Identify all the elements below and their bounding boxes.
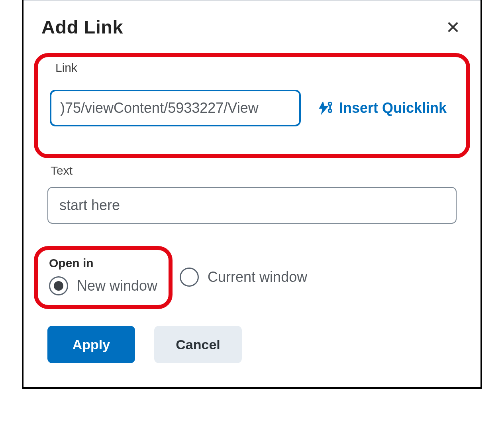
dialog-buttons: Apply Cancel (47, 326, 457, 363)
svg-point-2 (328, 102, 331, 106)
text-field-label: Text (51, 164, 457, 177)
link-field-label: Link (53, 61, 80, 75)
cancel-button[interactable]: Cancel (154, 326, 242, 363)
dialog-title: Add Link (41, 16, 123, 38)
dialog-header: Add Link (41, 16, 463, 38)
insert-quicklink-label: Insert Quicklink (339, 100, 447, 116)
insert-quicklink-button[interactable]: Insert Quicklink (317, 100, 447, 116)
radio-new-window[interactable]: New window (49, 276, 157, 295)
radio-icon (180, 268, 199, 287)
text-section: Text (47, 164, 457, 224)
open-in-highlight: Open in New window (34, 246, 173, 309)
link-text-input[interactable] (47, 187, 457, 224)
svg-point-3 (328, 109, 331, 112)
radio-current-window[interactable]: Current window (180, 268, 307, 287)
link-row: Insert Quicklink (50, 90, 454, 126)
quicklink-icon (317, 100, 333, 116)
add-link-dialog: Add Link Link Insert Quicklink (22, 0, 482, 389)
radio-icon (49, 276, 68, 295)
link-section-highlight: Link Insert Quicklink (34, 53, 470, 158)
apply-button[interactable]: Apply (47, 326, 135, 363)
close-button[interactable] (443, 18, 463, 37)
open-in-label: Open in (49, 256, 157, 270)
open-in-section: Open in New window Current window (47, 246, 457, 309)
link-url-input[interactable] (50, 90, 301, 126)
radio-new-window-label: New window (77, 278, 157, 294)
radio-current-window-label: Current window (208, 269, 307, 285)
close-icon (446, 20, 460, 34)
